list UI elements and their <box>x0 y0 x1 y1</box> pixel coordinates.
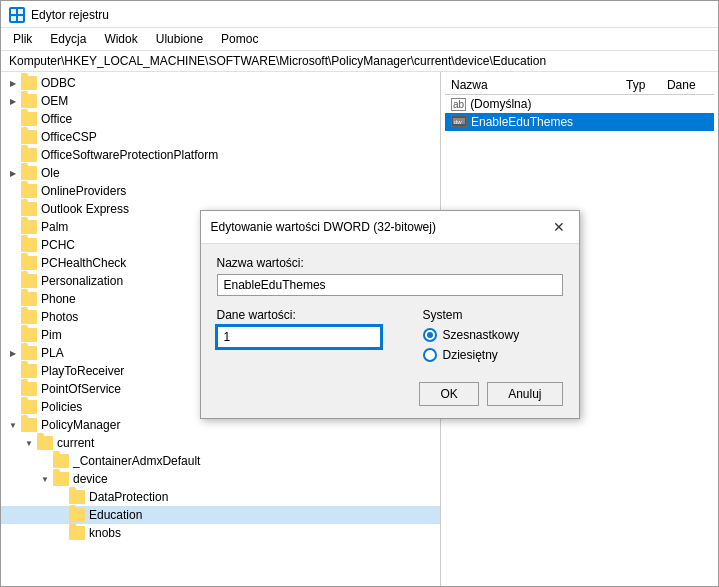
dialog-close-button[interactable]: ✕ <box>549 217 569 237</box>
menu-pomoc[interactable]: Pomoc <box>213 30 266 48</box>
tree-item[interactable]: Office <box>1 110 440 128</box>
folder-icon <box>21 382 37 396</box>
folder-icon <box>21 418 37 432</box>
dialog-title-bar: Edytowanie wartości DWORD (32-bitowej) ✕ <box>201 211 579 244</box>
dialog-system-label: System <box>423 308 563 322</box>
menu-plik[interactable]: Plik <box>5 30 40 48</box>
tree-item-label: PolicyManager <box>41 418 120 432</box>
folder-icon <box>69 526 85 540</box>
tree-item-label: OnlineProviders <box>41 184 126 198</box>
reg-icon: ab <box>451 98 466 111</box>
radio-dec[interactable]: Dziesiętny <box>423 348 563 362</box>
tree-item-label: Policies <box>41 400 82 414</box>
tree-item-label: Office <box>41 112 72 126</box>
svg-rect-3 <box>18 16 23 21</box>
folder-icon <box>21 346 37 360</box>
folder-icon <box>53 472 69 486</box>
folder-icon <box>21 148 37 162</box>
tree-item[interactable]: OEM <box>1 92 440 110</box>
dialog-name-input[interactable] <box>217 274 563 296</box>
tree-item-label: ODBC <box>41 76 76 90</box>
dialog-ok-button[interactable]: OK <box>419 382 479 406</box>
tree-item-label: PLA <box>41 346 64 360</box>
dialog-system-section: System Szesnastkowy Dziesiętny <box>423 308 563 362</box>
tree-item-label: Photos <box>41 310 78 324</box>
folder-icon <box>21 310 37 324</box>
reg-entry-type <box>620 95 661 114</box>
menu-widok[interactable]: Widok <box>96 30 145 48</box>
radio-hex-circle <box>423 328 437 342</box>
reg-entry-name: dwEnableEduThemes <box>445 113 620 131</box>
folder-icon <box>21 328 37 342</box>
tree-item[interactable]: OnlineProviders <box>1 182 440 200</box>
col-data: Dane <box>661 76 714 95</box>
folder-icon <box>69 490 85 504</box>
reg-entry-type <box>620 113 661 131</box>
tree-item-label: Pim <box>41 328 62 342</box>
tree-item-label: OEM <box>41 94 68 108</box>
tree-item-label: PlayToReceiver <box>41 364 124 378</box>
tree-item-label: Palm <box>41 220 68 234</box>
dialog-data-row: Dane wartości: System Szesnastkowy <box>217 308 563 362</box>
radio-hex[interactable]: Szesnastkowy <box>423 328 563 342</box>
tree-item[interactable]: PolicyManager <box>1 416 440 434</box>
tree-item[interactable]: Ole <box>1 164 440 182</box>
folder-icon <box>21 166 37 180</box>
menu-bar: Plik Edycja Widok Ulubione Pomoc <box>1 28 718 51</box>
registry-table: Nazwa Typ Dane ab(Domyślna)dwEnableEduTh… <box>445 76 714 131</box>
folder-icon <box>21 112 37 126</box>
tree-arrow-icon <box>37 475 53 484</box>
table-row[interactable]: dwEnableEduThemes <box>445 113 714 131</box>
tree-arrow-icon <box>5 97 21 106</box>
tree-item[interactable]: OfficeSoftwareProtectionPlatform <box>1 146 440 164</box>
tree-item-label: DataProtection <box>89 490 168 504</box>
radio-dec-label: Dziesiętny <box>443 348 498 362</box>
tree-item[interactable]: _ContainerAdmxDefault <box>1 452 440 470</box>
folder-icon <box>69 508 85 522</box>
tree-item[interactable]: knobs <box>1 524 440 542</box>
svg-rect-1 <box>18 9 23 14</box>
reg-entry-data <box>661 95 714 114</box>
folder-icon <box>37 436 53 450</box>
tree-item[interactable]: Education <box>1 506 440 524</box>
tree-item-label: Outlook Express <box>41 202 129 216</box>
reg-entry-data <box>661 113 714 131</box>
svg-rect-0 <box>11 9 16 14</box>
breadcrumb: Komputer\HKEY_LOCAL_MACHINE\SOFTWARE\Mic… <box>1 51 718 72</box>
tree-arrow-icon <box>5 421 21 430</box>
folder-icon <box>21 76 37 90</box>
reg-icon: dw <box>451 115 467 127</box>
folder-icon <box>21 292 37 306</box>
table-row[interactable]: ab(Domyślna) <box>445 95 714 114</box>
tree-item[interactable]: OfficeCSP <box>1 128 440 146</box>
tree-item[interactable]: DataProtection <box>1 488 440 506</box>
tree-item[interactable]: ODBC <box>1 74 440 92</box>
tree-item[interactable]: current <box>1 434 440 452</box>
folder-icon <box>21 364 37 378</box>
folder-icon <box>21 256 37 270</box>
folder-icon <box>21 220 37 234</box>
registry-editor-window: Edytor rejestru Plik Edycja Widok Ulubio… <box>0 0 719 587</box>
tree-item-label: device <box>73 472 108 486</box>
menu-edycja[interactable]: Edycja <box>42 30 94 48</box>
dialog-data-input[interactable] <box>217 326 381 348</box>
svg-rect-2 <box>11 16 16 21</box>
folder-icon <box>21 202 37 216</box>
dialog-body: Nazwa wartości: Dane wartości: System <box>201 244 579 374</box>
folder-icon <box>21 184 37 198</box>
tree-item-label: _ContainerAdmxDefault <box>73 454 200 468</box>
tree-item-label: Education <box>89 508 142 522</box>
dialog-cancel-button[interactable]: Anuluj <box>487 382 562 406</box>
dialog-title-text: Edytowanie wartości DWORD (32-bitowej) <box>211 220 436 234</box>
folder-icon <box>53 454 69 468</box>
menu-ulubione[interactable]: Ulubione <box>148 30 211 48</box>
window-title: Edytor rejestru <box>31 8 109 22</box>
tree-item-label: knobs <box>89 526 121 540</box>
tree-item[interactable]: device <box>1 470 440 488</box>
dialog-name-label: Nazwa wartości: <box>217 256 563 270</box>
tree-item-label: PCHealthCheck <box>41 256 126 270</box>
folder-icon <box>21 400 37 414</box>
app-icon <box>9 7 25 23</box>
folder-icon <box>21 94 37 108</box>
title-bar: Edytor rejestru <box>1 1 718 28</box>
